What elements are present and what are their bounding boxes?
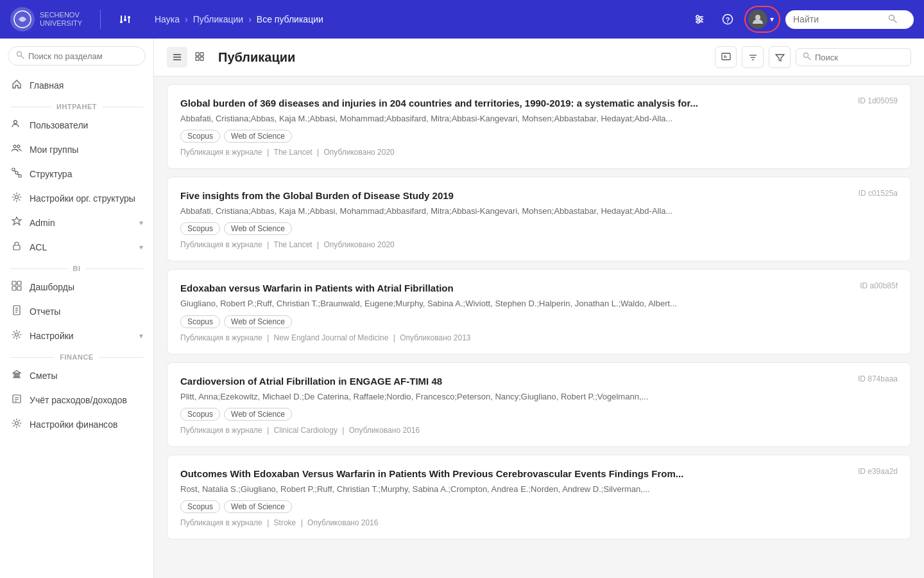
svg-rect-40 <box>16 374 17 377</box>
publication-item: Cardioversion of Atrial Fibrillation in … <box>167 362 911 447</box>
breadcrumb-sep-2: › <box>248 14 252 24</box>
sidebar-item-label: Настройки орг. структуры <box>30 193 143 204</box>
sidebar-item-acl[interactable]: ACL ▾ <box>0 235 153 259</box>
acl-icon <box>10 241 23 254</box>
sidebar-item-home[interactable]: Главная <box>0 73 153 98</box>
sidebar-item-settings[interactable]: Настройки ▾ <box>0 324 153 348</box>
sidebar-item-label: Настройки финансов <box>30 419 143 430</box>
pub-item-header: Cardioversion of Atrial Fibrillation in … <box>180 374 898 388</box>
svg-point-38 <box>15 333 19 337</box>
sidebar-item-label: Admin <box>30 218 133 228</box>
publication-authors: Abbafati, Cristiana;Abbas, Kaja M.;Abbas… <box>180 206 898 217</box>
view-toggle <box>167 47 210 67</box>
pub-separator: | <box>267 333 269 342</box>
grid-view-button[interactable] <box>190 47 210 67</box>
publication-id: ID 874baaa <box>858 374 898 383</box>
user-menu-button[interactable]: ▾ <box>744 6 780 33</box>
publication-title[interactable]: Edoxaban versus Warfarin in Patients wit… <box>180 281 850 295</box>
svg-rect-39 <box>14 374 15 377</box>
pub-year: Опубликовано 2020 <box>323 148 394 157</box>
svg-line-17 <box>894 19 897 22</box>
export-button[interactable] <box>715 46 737 68</box>
publication-id: ID e39aa2d <box>858 467 898 476</box>
sidebar-search-icon <box>16 51 24 61</box>
sidebar-item-label: ACL <box>30 242 133 252</box>
pub-item-header: Five insights from the Global Burden of … <box>180 189 898 202</box>
svg-point-21 <box>13 145 16 148</box>
filter-icon-button[interactable] <box>114 8 137 31</box>
publication-title[interactable]: Outcomes With Edoxaban Versus Warfarin i… <box>180 467 848 480</box>
filter-button[interactable] <box>769 46 791 68</box>
publication-authors: Rost, Natalia S.;Giugliano, Robert P.;Ru… <box>180 484 898 495</box>
sidebar-item-admin[interactable]: Admin ▾ <box>0 211 153 235</box>
publication-authors: Plitt, Anna;Ezekowitz, Michael D.;De Cat… <box>180 391 898 403</box>
sidebar-item-accounting[interactable]: Учёт расходов/доходов <box>0 388 153 412</box>
org-settings-icon <box>10 192 23 205</box>
sidebar: Главная ИНТРАНЕТ Пользователи <box>0 39 154 578</box>
breadcrumb-publications[interactable]: Публикации <box>193 14 243 24</box>
sidebar-section-finance: FINANCE <box>0 348 153 363</box>
top-search-input[interactable] <box>793 14 883 24</box>
reports-icon <box>10 305 23 318</box>
main-search-input[interactable] <box>815 53 892 62</box>
sidebar-item-structure[interactable]: Структура <box>0 162 153 186</box>
settings-icon <box>10 329 23 342</box>
publication-title[interactable]: Five insights from the Global Burden of … <box>180 189 848 202</box>
sidebar-search-box <box>8 46 146 66</box>
svg-rect-41 <box>18 374 19 377</box>
publication-tag: Web of Science <box>224 315 292 328</box>
sidebar-item-mygroups[interactable]: Мои группы <box>0 137 153 162</box>
svg-rect-25 <box>19 175 21 177</box>
svg-point-28 <box>15 196 19 199</box>
logo-icon <box>10 7 35 31</box>
publications-list: Global burden of 369 diseases and injuri… <box>154 84 924 552</box>
publication-meta: Публикация в журнале | New England Journ… <box>180 333 898 342</box>
svg-point-6 <box>120 21 123 23</box>
sidebar-item-label: Пользователи <box>30 120 143 130</box>
svg-rect-31 <box>17 281 21 285</box>
sidebar-item-label: Настройки <box>30 331 133 341</box>
top-navigation: SECHENOV UNIVERSITY Наука › Публикации ›… <box>0 0 924 39</box>
bank-icon <box>10 369 23 382</box>
publication-authors: Abbafati, Cristiana;Abbas, Kaja M.;Abbas… <box>180 113 898 125</box>
sidebar-item-smety[interactable]: Сметы <box>0 363 153 388</box>
section-line-right <box>99 357 143 358</box>
admin-icon <box>10 216 23 229</box>
publication-id: ID a00b85f <box>860 281 898 290</box>
publication-meta: Публикация в журнале | Clinical Cardiolo… <box>180 426 898 435</box>
sidebar-search-input[interactable] <box>28 51 137 61</box>
page-title: Публикации <box>218 50 707 65</box>
nav-right-actions: ? ▾ <box>688 6 914 33</box>
pub-journal: Clinical Cardiology <box>274 426 338 435</box>
svg-rect-29 <box>13 245 20 250</box>
publication-tags: ScopusWeb of Science <box>180 408 898 421</box>
pub-separator: | <box>301 518 303 527</box>
publication-tag: Scopus <box>180 130 220 143</box>
svg-text:?: ? <box>726 16 730 24</box>
user-avatar <box>748 10 767 29</box>
help-icon-button[interactable]: ? <box>716 8 739 31</box>
logo-text: SECHENOV UNIVERSITY <box>40 11 82 28</box>
sidebar-item-org-settings[interactable]: Настройки орг. структуры <box>0 186 153 211</box>
sidebar-item-reports[interactable]: Отчеты <box>0 299 153 324</box>
pub-type: Публикация в журнале <box>180 148 262 157</box>
pub-year: Опубликовано 2016 <box>349 426 420 435</box>
sidebar-item-finance-settings[interactable]: Настройки финансов <box>0 412 153 437</box>
publication-tag: Scopus <box>180 408 220 421</box>
publication-tag: Scopus <box>180 222 220 235</box>
sidebar-item-users[interactable]: Пользователи <box>0 113 153 137</box>
publication-title[interactable]: Global burden of 369 diseases and injuri… <box>180 96 848 110</box>
pub-journal: New England Journal of Medicine <box>274 333 389 342</box>
accounting-icon <box>10 394 23 407</box>
svg-point-22 <box>17 145 20 148</box>
sidebar-item-dashboards[interactable]: Дашборды <box>0 275 153 299</box>
sort-button[interactable] <box>742 46 764 68</box>
list-view-button[interactable] <box>167 47 187 67</box>
pub-year: Опубликовано 2013 <box>400 333 470 342</box>
publication-title[interactable]: Cardioversion of Atrial Fibrillation in … <box>180 374 848 388</box>
breadcrumb-nauka[interactable]: Наука <box>155 14 180 24</box>
chevron-icon: ▾ <box>139 331 143 340</box>
sliders-icon-button[interactable] <box>688 8 711 31</box>
sidebar-item-label: Учёт расходов/доходов <box>30 395 143 405</box>
publication-tag: Web of Science <box>224 222 292 235</box>
